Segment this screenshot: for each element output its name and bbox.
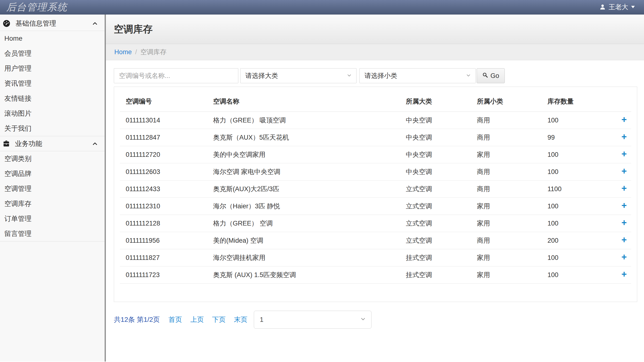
- row-actions: +: [600, 198, 631, 215]
- pagination-last-link[interactable]: 末页: [234, 315, 248, 324]
- product-subcategory: 商用: [471, 129, 542, 146]
- product-name: 美的(Midea) 空调: [207, 232, 400, 249]
- search-go-button[interactable]: Go: [477, 68, 505, 83]
- product-subcategory: 商用: [471, 163, 542, 181]
- dashboard-icon: [2, 19, 11, 27]
- product-code: 0111111956: [120, 232, 207, 249]
- add-stock-button[interactable]: +: [622, 168, 627, 174]
- caret-down-icon: [631, 6, 635, 8]
- sidebar-item[interactable]: 订单管理: [0, 211, 105, 226]
- stock-quantity: 100: [542, 112, 600, 129]
- product-category: 中央空调: [400, 146, 471, 163]
- column-header: 所属小类: [471, 92, 542, 112]
- add-stock-button[interactable]: +: [622, 236, 627, 243]
- sidebar-section-label: 业务功能: [15, 139, 42, 148]
- add-stock-button[interactable]: +: [622, 254, 627, 260]
- sidebar-item[interactable]: 友情链接: [0, 91, 105, 106]
- table-row: 0111111723奥克斯 (AUX) 1.5匹变频空调挂式空调家用100+: [120, 266, 631, 284]
- go-button-label: Go: [490, 72, 499, 80]
- add-stock-button[interactable]: +: [622, 185, 627, 192]
- product-code: 0111111723: [120, 266, 207, 284]
- chevron-up-icon: [92, 20, 98, 26]
- add-stock-button[interactable]: +: [622, 271, 627, 278]
- sidebar-item[interactable]: 会员管理: [0, 46, 105, 61]
- product-code: 0111112433: [120, 181, 207, 198]
- row-actions: +: [600, 112, 631, 129]
- pagination-prev-link[interactable]: 上页: [190, 315, 204, 324]
- category-select[interactable]: 请选择大类: [240, 68, 356, 83]
- subcategory-select[interactable]: 请选择小类: [360, 68, 476, 83]
- sidebar-item[interactable]: 资讯管理: [0, 76, 105, 91]
- main-content: 空调库存 Home / 空调库存 请选择大类 请选择小类: [106, 14, 644, 362]
- page-header: 空调库存: [106, 14, 644, 44]
- product-name: 奥克斯（AUX）5匹天花机: [207, 129, 400, 146]
- table-row: 0111112310海尔（Haier）3匹 静悦立式空调家用100+: [120, 198, 631, 215]
- briefcase-icon: [2, 140, 10, 148]
- product-name: 美的中央空调家用: [207, 146, 400, 163]
- sidebar-item[interactable]: 空调品牌: [0, 166, 105, 181]
- page-select-value: 1: [260, 316, 264, 324]
- user-icon: [600, 4, 606, 10]
- pagination-next-link[interactable]: 下页: [212, 315, 226, 324]
- add-stock-button[interactable]: +: [622, 133, 627, 140]
- table-row: 0111112433奥克斯(AUX)大2匹/3匹立式空调商用1100+: [120, 181, 631, 198]
- search-icon: [482, 72, 488, 80]
- sidebar-section-items: Home会员管理用户管理资讯管理友情链接滚动图片关于我们: [0, 31, 105, 136]
- breadcrumb-current: 空调库存: [140, 48, 167, 56]
- table-row: 0111113014格力（GREE） 吸顶空调中央空调商用100+: [120, 112, 631, 129]
- page-select[interactable]: 1: [254, 311, 372, 329]
- sidebar-item[interactable]: 空调库存: [0, 196, 105, 211]
- product-code: 0111112128: [120, 215, 207, 232]
- product-code: 0111113014: [120, 112, 207, 129]
- column-header: 库存数量: [542, 92, 600, 112]
- app-title[interactable]: 后台管理系统: [6, 0, 67, 14]
- row-actions: +: [600, 163, 631, 181]
- page-title: 空调库存: [114, 22, 152, 36]
- product-name: 海尔（Haier）3匹 静悦: [207, 198, 400, 215]
- row-actions: +: [600, 129, 631, 146]
- product-name: 海尔空调挂机家用: [207, 249, 400, 266]
- sidebar-section-header[interactable]: 业务功能: [0, 136, 105, 151]
- add-stock-button[interactable]: +: [622, 150, 627, 157]
- pagination-summary: 共12条 第1/2页: [114, 315, 160, 324]
- sidebar-section-header[interactable]: 基础信息管理: [0, 16, 105, 31]
- search-input[interactable]: [114, 68, 238, 83]
- chevron-down-icon: [346, 72, 352, 80]
- product-code: 0111112720: [120, 146, 207, 163]
- add-stock-button[interactable]: +: [622, 202, 627, 209]
- sidebar-item[interactable]: 空调类别: [0, 151, 105, 166]
- add-stock-button[interactable]: +: [622, 219, 627, 226]
- pagination-links: 首页上页下页末页: [168, 315, 248, 324]
- sidebar-item[interactable]: Home: [0, 31, 105, 46]
- product-name: 奥克斯(AUX)大2匹/3匹: [207, 181, 400, 198]
- column-header: 空调编号: [120, 92, 207, 112]
- stock-quantity: 1100: [542, 181, 600, 198]
- sidebar-item[interactable]: 留言管理: [0, 226, 105, 241]
- product-category: 立式空调: [400, 181, 471, 198]
- add-stock-button[interactable]: +: [622, 116, 627, 123]
- product-subcategory: 商用: [471, 181, 542, 198]
- product-name: 海尔空调 家电中央空调: [207, 163, 400, 181]
- product-code: 0111112847: [120, 129, 207, 146]
- product-subcategory: 家用: [471, 266, 542, 284]
- user-menu[interactable]: 王老大: [600, 3, 635, 11]
- stock-quantity: 99: [542, 129, 600, 146]
- row-actions: +: [600, 181, 631, 198]
- pagination-first-link[interactable]: 首页: [168, 315, 182, 324]
- chevron-up-icon: [92, 141, 98, 147]
- sidebar-item[interactable]: 关于我们: [0, 121, 105, 136]
- product-subcategory: 家用: [471, 249, 542, 266]
- table-row: 0111112847奥克斯（AUX）5匹天花机中央空调商用99+: [120, 129, 631, 146]
- sidebar-item[interactable]: 空调管理: [0, 181, 105, 196]
- product-code: 0111112310: [120, 198, 207, 215]
- sidebar-item[interactable]: 用户管理: [0, 61, 105, 76]
- product-subcategory: 商用: [471, 112, 542, 129]
- stock-quantity: 100: [542, 266, 600, 284]
- topbar: 后台管理系统 王老大: [0, 0, 644, 14]
- product-code: 0111112603: [120, 163, 207, 181]
- row-actions: +: [600, 249, 631, 266]
- breadcrumb-home-link[interactable]: Home: [114, 48, 132, 56]
- sidebar-item[interactable]: 滚动图片: [0, 106, 105, 121]
- column-header-actions: [600, 92, 631, 112]
- stock-quantity: 100: [542, 215, 600, 232]
